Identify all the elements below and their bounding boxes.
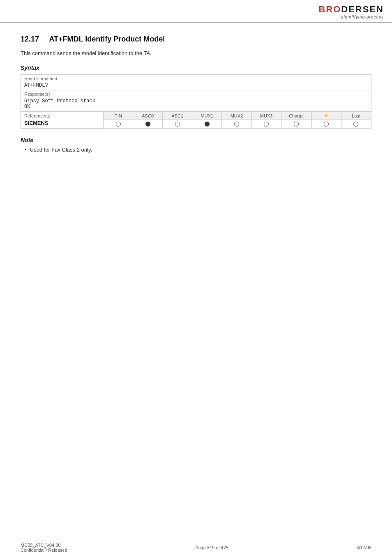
reference-row: Reference(s) SIEMENS PIN ASC0 ASC1 MUX1 … xyxy=(21,112,371,129)
col-mux3: MUX3 xyxy=(251,112,281,120)
siemens-pin xyxy=(104,120,133,128)
note-item: • Used for Fax Class 2 only. xyxy=(21,147,371,153)
footer-status: Confidential / Released xyxy=(21,548,67,553)
circle-filled-icon xyxy=(145,122,150,127)
note-bullet: • xyxy=(25,147,27,153)
logo-tagline: simplifying process xyxy=(341,15,384,19)
circle-empty-icon xyxy=(324,122,329,127)
footer-left: MC55_ATC_V04.00 Confidential / Released xyxy=(21,543,67,553)
response-value: Gipsy Soft Protocolstack OK xyxy=(21,97,371,111)
read-command-row: Read Command AT+FMDL? xyxy=(21,75,371,90)
page-header: BRODERSEN simplifying process xyxy=(0,0,392,23)
circle-empty-icon xyxy=(353,122,358,127)
response-row: Response(s) Gipsy Soft Protocolstack OK xyxy=(21,90,371,112)
read-command-value: AT+FMDL? xyxy=(21,82,371,90)
page-footer: MC55_ATC_V04.00 Confidential / Released … xyxy=(0,540,392,555)
footer-page: Page 319 of 475 xyxy=(195,545,228,550)
col-mux2: MUX2 xyxy=(222,112,251,120)
footer-date: 3/17/06 xyxy=(356,545,371,550)
read-command-label: Read Command xyxy=(21,75,371,82)
siemens-asc1 xyxy=(163,120,192,128)
section-title: 12.17 AT+FMDL Identify Product Model xyxy=(21,35,371,44)
circle-filled-icon xyxy=(205,122,210,127)
circle-empty-icon xyxy=(116,122,121,127)
logo-text: BRODERSEN xyxy=(318,4,384,15)
col-special: ⚡ xyxy=(311,112,341,120)
note-text: Used for Fax Class 2 only. xyxy=(30,147,92,153)
col-asc0: ASC0 xyxy=(133,112,163,120)
reference-label: Reference(s) xyxy=(24,113,51,118)
col-pin: PIN xyxy=(104,112,133,120)
col-charge: Charge xyxy=(281,112,311,120)
siemens-special xyxy=(311,120,341,128)
section-title-text: AT+FMDL Identify Product Model xyxy=(49,35,165,43)
siemens-last xyxy=(341,120,371,128)
circle-empty-icon xyxy=(264,122,269,127)
syntax-label: Syntax xyxy=(21,64,371,71)
footer-doc-id: MC55_ATC_V04.00 xyxy=(21,543,67,548)
col-mux1: MUX1 xyxy=(192,112,222,120)
main-content: 12.17 AT+FMDL Identify Product Model Thi… xyxy=(0,23,392,161)
ref-header-row: PIN ASC0 ASC1 MUX1 MUX2 MUX3 Charge ⚡ La… xyxy=(104,112,371,120)
section-description: This command sends the model identificat… xyxy=(21,50,371,56)
siemens-label-text: SIEMENS xyxy=(24,120,99,126)
col-last: Last xyxy=(341,112,371,120)
logo-area: BRODERSEN simplifying process xyxy=(318,4,384,19)
reference-columns-table: PIN ASC0 ASC1 MUX1 MUX2 MUX3 Charge ⚡ La… xyxy=(103,112,371,128)
siemens-row xyxy=(104,120,371,128)
syntax-table: Read Command AT+FMDL? Response(s) Gipsy … xyxy=(21,74,371,129)
col-asc1: ASC1 xyxy=(163,112,192,120)
siemens-mux3 xyxy=(251,120,281,128)
siemens-charge xyxy=(281,120,311,128)
siemens-mux2 xyxy=(222,120,251,128)
circle-empty-icon xyxy=(175,122,180,127)
circle-empty-icon xyxy=(294,122,299,127)
note-label: Note xyxy=(21,137,371,143)
siemens-asc0 xyxy=(133,120,163,128)
circle-empty-icon xyxy=(234,122,239,127)
section-number: 12.17 xyxy=(21,35,39,43)
response-label: Response(s) xyxy=(21,90,371,97)
siemens-mux1 xyxy=(192,120,222,128)
